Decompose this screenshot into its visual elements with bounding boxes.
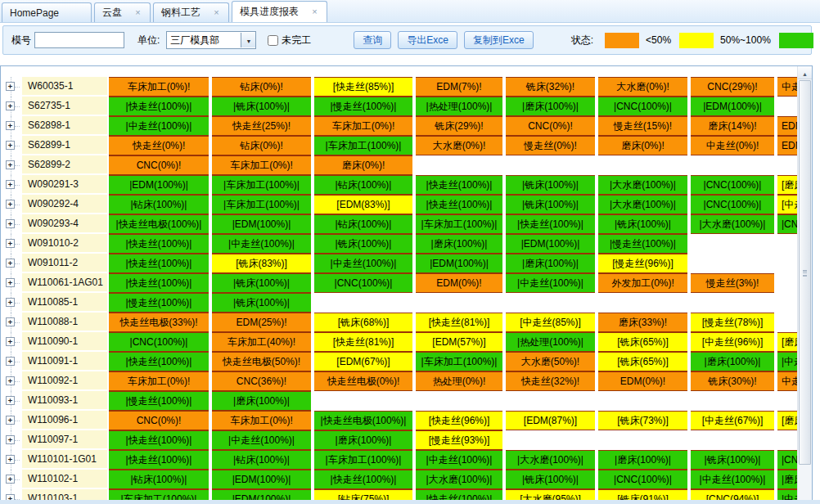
table-row[interactable]: W110102-1|钻床(100%)||EDM(100%)||快走丝(100%)… (1, 470, 798, 489)
table-row[interactable]: W110085-1|慢走丝(100%)||铣床(100%)| (1, 293, 798, 313)
progress-cell: |铣床(100%)| (314, 234, 412, 254)
tab-1[interactable]: 云盘 (94, 2, 151, 22)
table-row[interactable]: W110088-1快走丝电极(33%)!EDM(25%)![铣床(68%)][快… (1, 313, 798, 332)
progress-cell: 外发加工(0%)! (598, 273, 687, 293)
expand-icon[interactable] (6, 141, 15, 150)
progress-cell: 磨床(0%)! (314, 155, 412, 175)
export-excel-button[interactable]: 导出Exce (398, 31, 457, 49)
expand-icon[interactable] (6, 357, 15, 366)
grid-cell: EDM(0%)! (597, 371, 689, 391)
expand-icon[interactable] (6, 160, 15, 169)
expand-icon[interactable] (6, 317, 15, 326)
expand-icon[interactable] (6, 121, 15, 130)
progress-cell: |磨床(100%)| (416, 234, 502, 254)
progress-cell: |快走丝(100%)| (109, 97, 209, 116)
tab-2[interactable]: 钢料工艺 (153, 2, 229, 22)
tab-close-icon[interactable] (133, 8, 142, 17)
unfinished-checkbox[interactable] (268, 35, 278, 46)
table-row[interactable]: W110090-1|CNC(100%)|车床加工(40%)![快走丝(81%)]… (1, 332, 798, 352)
progress-cell: EDM(0%)! (598, 371, 687, 391)
expand-icon[interactable] (6, 180, 15, 189)
grid-cell: |车床加工(100%)| (414, 352, 504, 371)
scroll-up-icon[interactable] (798, 66, 812, 79)
mold-no-input[interactable] (34, 32, 124, 48)
grid-cell: |EDM(100%)| (107, 175, 210, 195)
table-row[interactable]: S62899-2CNC(0%)!车床加工(0%)!磨床(0%)! (1, 155, 798, 175)
grid-cell: |中走丝(100%)| (210, 234, 313, 254)
scrollbar-thumb[interactable] (799, 80, 811, 465)
grid-cell: 慢走丝(0%)! (504, 136, 597, 155)
expand-icon[interactable] (6, 101, 15, 110)
tab-3[interactable]: 模具进度报表 (232, 1, 327, 22)
status-swatch (605, 33, 639, 48)
copy-excel-button[interactable]: 复制到Exce (464, 31, 534, 49)
progress-cell: [慢走丝(78%)] (691, 313, 774, 332)
table-row[interactable]: W110101-1G01|快走丝(100%)||钻床(100%)||车床加工(1… (1, 450, 798, 470)
progress-cell: EDM (777, 136, 798, 155)
expand-cell (1, 391, 22, 411)
grid-cell: |快走丝(100%)| (107, 97, 210, 116)
table-row[interactable]: W110097-1|快走丝(100%)||中走丝(100%)||磨床(100%)… (1, 430, 798, 450)
row-id: W110092-1 (22, 371, 107, 391)
tab-close-icon[interactable] (212, 8, 221, 17)
progress-cell: |热处理(100%)| (506, 332, 595, 352)
expand-icon[interactable] (6, 278, 15, 287)
table-row[interactable]: W60035-1车床加工(0%)!钻床(0%)![快走丝(85%)]EDM(7%… (1, 77, 798, 97)
grid-cell: |CNC(100%)| (597, 97, 689, 116)
table-row[interactable]: W090292-4|钻床(100%)||车床加工(100%)|[EDM(83%)… (1, 195, 798, 214)
unit-label: 单位: (137, 34, 160, 47)
table-row[interactable]: W110091-1|快走丝(100%)|快走丝电极(50%)![EDM(67%)… (1, 352, 798, 371)
expand-icon[interactable] (6, 435, 15, 444)
tab-0[interactable]: HomePage (2, 2, 92, 22)
vertical-scrollbar[interactable] (797, 66, 812, 504)
row-id: W090292-4 (22, 195, 107, 214)
row-id: S62735-1 (22, 97, 107, 116)
expand-icon[interactable] (6, 416, 15, 425)
progress-cell: |铣床(100%)| (212, 293, 311, 313)
expand-icon[interactable] (6, 337, 15, 346)
expand-icon[interactable] (6, 298, 15, 307)
progress-cell: |中走丝(100%)| (109, 116, 209, 136)
progress-cell: [EDM(83%)] (314, 195, 412, 214)
table-row[interactable]: W110061-1AG01|快走丝(100%)||铣床(100%)||CNC(1… (1, 273, 798, 293)
progress-cell: 车床加工(40%)! (212, 332, 311, 352)
table-row[interactable]: S62899-1快走丝(0%)!钻床(0%)!|车床加工(100%)|大水磨(0… (1, 136, 798, 155)
progress-cell: [中走丝(67%)] (691, 411, 774, 430)
grid-cell: [快走丝(96%)] (414, 411, 504, 430)
table-row[interactable]: W091011-2|快走丝(100%)|[铣床(83%)]|中走丝(100%)|… (1, 254, 798, 273)
expand-icon[interactable] (6, 376, 15, 385)
table-row[interactable]: W090293-4|快走丝电极(100%)||EDM(100%)||钻床(100… (1, 214, 798, 234)
expand-icon[interactable] (6, 259, 15, 268)
progress-cell: [EDM(67%)] (314, 352, 412, 371)
table-row[interactable]: S62898-1|中走丝(100%)|快走丝(25%)!车床加工(0%)!铣床(… (1, 116, 798, 136)
progress-cell: |铣床(100%)| (691, 450, 774, 470)
expand-icon[interactable] (6, 239, 15, 248)
table-row[interactable]: W110093-1|慢走丝(100%)||磨床(100%)| (1, 391, 798, 411)
query-button[interactable]: 查询 (354, 31, 391, 49)
table-row[interactable]: W110092-1车床加工(0%)!CNC(36%)!快走丝电极(0%)!热处理… (1, 371, 798, 391)
table-row[interactable]: W110096-1CNC(0%)!车床加工(0%)!|快走丝电极(100%)|[… (1, 411, 798, 430)
expand-icon[interactable] (6, 396, 15, 405)
grid-cell: 钻床(0%)! (210, 136, 313, 155)
unit-select[interactable]: 三厂模具部 (166, 31, 256, 49)
expand-icon[interactable] (6, 475, 15, 484)
tab-close-icon[interactable] (310, 7, 319, 16)
row-id: W091011-2 (22, 254, 107, 273)
grid-cell: |大水磨(100%)| (689, 214, 776, 234)
grid-cell: EDM(25%)! (210, 313, 313, 332)
row-id: W60035-1 (22, 77, 107, 97)
expand-icon[interactable] (6, 219, 15, 228)
expand-icon[interactable] (6, 200, 15, 209)
progress-cell: 快走丝(25%)! (212, 116, 311, 136)
grid-cell: 快走丝(32%)! (504, 371, 597, 391)
chevron-down-icon[interactable] (241, 33, 255, 47)
expand-icon[interactable] (6, 82, 15, 91)
table-row[interactable]: W090291-3|EDM(100%)||车床加工(100%)||钻床(100%… (1, 175, 798, 195)
table-row[interactable]: W091010-2|快走丝(100%)||中走丝(100%)||铣床(100%)… (1, 234, 798, 254)
table-row[interactable]: S62735-1|快走丝(100%)||铣床(100%)||慢走丝(100%)|… (1, 97, 798, 116)
grid-cell: 大水磨(0%)! (597, 77, 689, 97)
progress-cell: 中走丝(0%)! (691, 136, 774, 155)
expand-icon[interactable] (6, 455, 15, 464)
expand-cell (1, 234, 22, 254)
progress-cell: |钻床(100%)| (109, 470, 209, 489)
